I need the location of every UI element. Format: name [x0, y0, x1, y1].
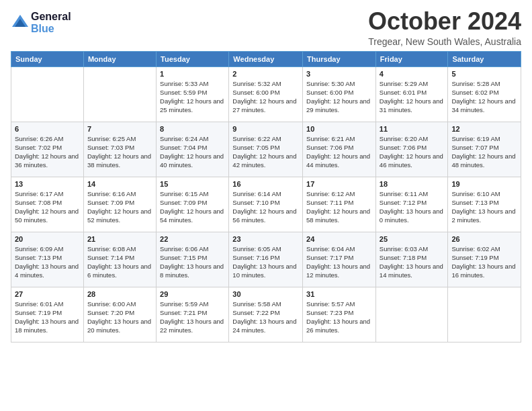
day-detail: Sunrise: 6:15 AMSunset: 7:09 PMDaylight:…: [160, 189, 225, 225]
day-detail: Sunrise: 6:08 AMSunset: 7:14 PMDaylight:…: [87, 244, 152, 280]
day-detail: Sunrise: 5:59 AMSunset: 7:21 PMDaylight:…: [160, 300, 225, 335]
day-number: 22: [160, 235, 225, 243]
calendar-cell: 10 Sunrise: 6:21 AMSunset: 7:06 PMDaylig…: [303, 122, 376, 177]
day-detail: Sunrise: 6:03 AMSunset: 7:18 PMDaylight:…: [380, 244, 445, 280]
calendar-week-row: 1 Sunrise: 5:33 AMSunset: 5:59 PMDayligh…: [11, 66, 521, 122]
calendar-week-row: 6 Sunrise: 6:26 AMSunset: 7:02 PMDayligh…: [11, 122, 521, 177]
day-number: 31: [306, 290, 372, 298]
day-number: 16: [232, 180, 299, 188]
day-detail: Sunrise: 6:17 AMSunset: 7:08 PMDaylight:…: [15, 189, 80, 225]
day-number: 9: [232, 125, 299, 133]
day-number: 6: [15, 125, 80, 133]
day-detail: Sunrise: 5:32 AMSunset: 6:00 PMDaylight:…: [232, 79, 299, 115]
col-sunday: Sunday: [11, 51, 84, 66]
day-detail: Sunrise: 5:58 AMSunset: 7:22 PMDaylight:…: [232, 300, 299, 335]
day-number: 29: [160, 290, 225, 298]
calendar-cell: 24 Sunrise: 6:04 AMSunset: 7:17 PMDaylig…: [303, 232, 376, 287]
day-number: 21: [87, 235, 152, 243]
calendar-cell: 6 Sunrise: 6:26 AMSunset: 7:02 PMDayligh…: [11, 122, 84, 177]
day-detail: Sunrise: 5:28 AMSunset: 6:02 PMDaylight:…: [451, 79, 517, 115]
day-detail: Sunrise: 6:22 AMSunset: 7:05 PMDaylight:…: [232, 134, 299, 170]
calendar-cell: 26 Sunrise: 6:02 AMSunset: 7:19 PMDaylig…: [448, 232, 521, 287]
month-title: October 2024: [368, 8, 521, 35]
calendar-cell: [11, 66, 84, 122]
calendar-cell: 29 Sunrise: 5:59 AMSunset: 7:21 PMDaylig…: [157, 287, 229, 342]
day-detail: Sunrise: 6:10 AMSunset: 7:13 PMDaylight:…: [451, 189, 517, 225]
calendar-cell: [375, 287, 448, 342]
day-number: 28: [87, 290, 152, 298]
day-number: 13: [15, 180, 80, 188]
calendar-cell: 8 Sunrise: 6:24 AMSunset: 7:04 PMDayligh…: [157, 122, 229, 177]
day-number: 23: [232, 235, 299, 243]
calendar-cell: 2 Sunrise: 5:32 AMSunset: 6:00 PMDayligh…: [229, 66, 303, 122]
calendar-cell: 31 Sunrise: 5:57 AMSunset: 7:23 PMDaylig…: [303, 287, 376, 342]
day-number: 14: [87, 180, 152, 188]
day-detail: Sunrise: 6:05 AMSunset: 7:16 PMDaylight:…: [232, 244, 299, 280]
day-detail: Sunrise: 6:11 AMSunset: 7:12 PMDaylight:…: [380, 189, 445, 225]
day-number: 19: [451, 180, 517, 188]
calendar-cell: 13 Sunrise: 6:17 AMSunset: 7:08 PMDaylig…: [11, 177, 84, 232]
col-friday: Friday: [375, 51, 448, 66]
calendar-cell: [83, 66, 156, 122]
calendar-cell: 25 Sunrise: 6:03 AMSunset: 7:18 PMDaylig…: [375, 232, 448, 287]
day-detail: Sunrise: 6:25 AMSunset: 7:03 PMDaylight:…: [87, 134, 152, 170]
day-number: 12: [451, 125, 517, 133]
day-number: 27: [15, 290, 80, 298]
day-detail: Sunrise: 6:16 AMSunset: 7:09 PMDaylight:…: [87, 189, 152, 225]
col-tuesday: Tuesday: [157, 51, 229, 66]
logo-icon: [11, 13, 30, 32]
day-detail: Sunrise: 5:33 AMSunset: 5:59 PMDaylight:…: [160, 79, 225, 115]
day-detail: Sunrise: 6:24 AMSunset: 7:04 PMDaylight:…: [160, 134, 225, 170]
calendar-cell: 12 Sunrise: 6:19 AMSunset: 7:07 PMDaylig…: [448, 122, 521, 177]
calendar-week-row: 27 Sunrise: 6:01 AMSunset: 7:19 PMDaylig…: [11, 287, 521, 342]
logo: General Blue: [11, 11, 71, 34]
calendar-cell: 19 Sunrise: 6:10 AMSunset: 7:13 PMDaylig…: [448, 177, 521, 232]
day-detail: Sunrise: 6:20 AMSunset: 7:06 PMDaylight:…: [380, 134, 445, 170]
day-number: 8: [160, 125, 225, 133]
day-number: 18: [380, 180, 445, 188]
calendar-week-row: 13 Sunrise: 6:17 AMSunset: 7:08 PMDaylig…: [11, 177, 521, 232]
day-number: 24: [306, 235, 372, 243]
location: Tregear, New South Wales, Australia: [368, 36, 521, 47]
calendar-cell: [448, 287, 521, 342]
day-number: 4: [380, 70, 445, 78]
day-detail: Sunrise: 5:30 AMSunset: 6:00 PMDaylight:…: [306, 79, 372, 115]
calendar-cell: 22 Sunrise: 6:06 AMSunset: 7:15 PMDaylig…: [157, 232, 229, 287]
page-container: General Blue October 2024 Tregear, New S…: [0, 0, 532, 348]
day-number: 15: [160, 180, 225, 188]
calendar-week-row: 20 Sunrise: 6:09 AMSunset: 7:13 PMDaylig…: [11, 232, 521, 287]
calendar-cell: 11 Sunrise: 6:20 AMSunset: 7:06 PMDaylig…: [375, 122, 448, 177]
day-detail: Sunrise: 6:00 AMSunset: 7:20 PMDaylight:…: [87, 300, 152, 335]
day-detail: Sunrise: 6:09 AMSunset: 7:13 PMDaylight:…: [15, 244, 80, 280]
calendar-cell: 18 Sunrise: 6:11 AMSunset: 7:12 PMDaylig…: [375, 177, 448, 232]
calendar-table: Sunday Monday Tuesday Wednesday Thursday…: [11, 51, 521, 342]
day-number: 7: [87, 125, 152, 133]
day-detail: Sunrise: 6:12 AMSunset: 7:11 PMDaylight:…: [306, 189, 372, 225]
logo-text: General Blue: [31, 11, 71, 34]
day-detail: Sunrise: 6:01 AMSunset: 7:19 PMDaylight:…: [15, 300, 80, 335]
day-number: 5: [451, 70, 517, 78]
day-detail: Sunrise: 6:14 AMSunset: 7:10 PMDaylight:…: [232, 189, 299, 225]
calendar-cell: 4 Sunrise: 5:29 AMSunset: 6:01 PMDayligh…: [375, 66, 448, 122]
day-detail: Sunrise: 5:57 AMSunset: 7:23 PMDaylight:…: [306, 300, 372, 335]
calendar-cell: 23 Sunrise: 6:05 AMSunset: 7:16 PMDaylig…: [229, 232, 303, 287]
calendar-cell: 30 Sunrise: 5:58 AMSunset: 7:22 PMDaylig…: [229, 287, 303, 342]
day-number: 26: [451, 235, 517, 243]
calendar-cell: 1 Sunrise: 5:33 AMSunset: 5:59 PMDayligh…: [157, 66, 229, 122]
day-number: 2: [232, 70, 299, 78]
day-number: 25: [380, 235, 445, 243]
calendar-cell: 14 Sunrise: 6:16 AMSunset: 7:09 PMDaylig…: [83, 177, 156, 232]
day-detail: Sunrise: 5:29 AMSunset: 6:01 PMDaylight:…: [380, 79, 445, 115]
day-detail: Sunrise: 6:19 AMSunset: 7:07 PMDaylight:…: [451, 134, 517, 170]
col-monday: Monday: [83, 51, 156, 66]
day-detail: Sunrise: 6:04 AMSunset: 7:17 PMDaylight:…: [306, 244, 372, 280]
calendar-header-row: Sunday Monday Tuesday Wednesday Thursday…: [11, 51, 521, 66]
day-number: 30: [232, 290, 299, 298]
day-detail: Sunrise: 6:21 AMSunset: 7:06 PMDaylight:…: [306, 134, 372, 170]
calendar-cell: 17 Sunrise: 6:12 AMSunset: 7:11 PMDaylig…: [303, 177, 376, 232]
day-number: 11: [380, 125, 445, 133]
day-number: 20: [15, 235, 80, 243]
day-detail: Sunrise: 6:26 AMSunset: 7:02 PMDaylight:…: [15, 134, 80, 170]
day-detail: Sunrise: 6:06 AMSunset: 7:15 PMDaylight:…: [160, 244, 225, 280]
col-saturday: Saturday: [448, 51, 521, 66]
